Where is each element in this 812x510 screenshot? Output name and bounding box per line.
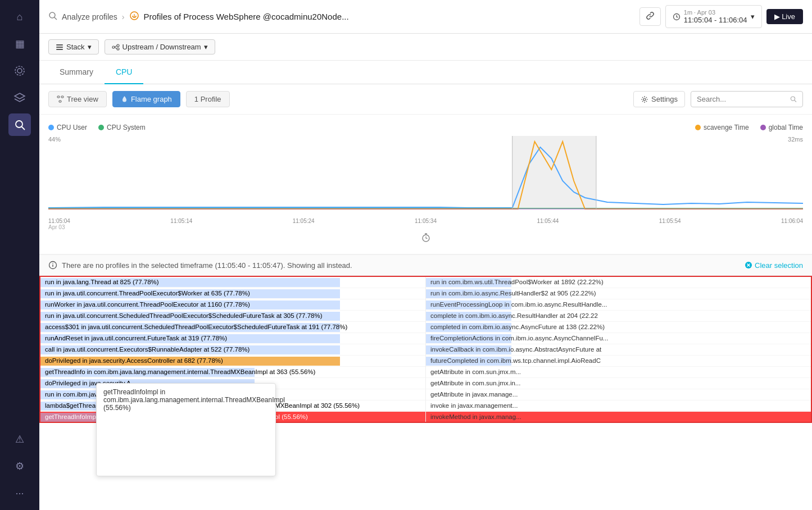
- svg-point-14: [117, 44, 119, 47]
- table-row[interactable]: getThreadInfo in com.ibm.java.lang.manag…: [40, 366, 811, 377]
- profile-label: 1 Profile: [194, 95, 221, 103]
- link-button[interactable]: [639, 7, 661, 26]
- chart-area: CPU User CPU System scavenge Time global…: [39, 115, 812, 254]
- table-row[interactable]: run in java.util.concurrent.ThreadPoolEx…: [40, 288, 811, 299]
- table-row[interactable]: call in java.util.concurrent.Executors$R…: [40, 344, 811, 355]
- layers-icon[interactable]: [8, 86, 31, 109]
- svg-line-17: [115, 47, 117, 48]
- breadcrumb: Analyze profiles › Profiles of Process W…: [48, 11, 349, 23]
- tree-view-label: Tree view: [67, 95, 98, 103]
- tabs: Summary CPU: [39, 61, 812, 84]
- clear-icon: [745, 261, 752, 269]
- info-text: There are no profiles in the selected ti…: [62, 261, 352, 270]
- svg-rect-11: [56, 47, 63, 48]
- stack-label: Stack: [66, 43, 85, 51]
- svg-rect-10: [56, 44, 63, 45]
- svg-rect-19: [61, 96, 63, 98]
- svg-line-23: [795, 100, 796, 102]
- timer-row: [48, 230, 803, 245]
- svg-rect-24: [512, 136, 596, 209]
- global-time-label: global Time: [769, 124, 803, 131]
- view-controls: Tree view Flame graph 1 Profile Settings: [39, 84, 812, 115]
- settings-label: Settings: [651, 95, 678, 103]
- svg-rect-20: [59, 101, 61, 102]
- global-time-dot: [760, 125, 766, 130]
- cpu-system-label: CPU System: [107, 124, 146, 131]
- table-row[interactable]: lambda$getThreadInfoImpl$2 in com.ibm.ja…: [40, 400, 811, 411]
- legend-cpu-user: CPU User: [48, 124, 87, 131]
- info-bar: There are no profiles in the selected ti…: [39, 254, 812, 276]
- table-row[interactable]: runWorker in java.util.concurrent.Thread…: [40, 299, 811, 310]
- stack-button[interactable]: Stack ▾: [48, 39, 99, 54]
- network-icon[interactable]: [8, 60, 31, 82]
- stack-chevron-icon: ▾: [88, 43, 92, 51]
- time-range: 11:05:04 - 11:06:04: [684, 16, 747, 24]
- sidebar: ⌂ ▦ ⚠ ⚙ ···: [0, 0, 39, 510]
- settings-button[interactable]: Settings: [633, 91, 685, 107]
- search-box: [691, 91, 803, 107]
- tab-cpu[interactable]: CPU: [105, 61, 144, 84]
- time-selector[interactable]: 1m · Apr 03 11:05:04 - 11:06:04 ▾: [665, 5, 762, 28]
- table-row[interactable]: run in java.util.concurrent.ScheduledThr…: [40, 310, 811, 321]
- x-label-4: 11:05:44: [537, 218, 559, 230]
- warning-icon[interactable]: ⚠: [8, 428, 31, 450]
- more-icon[interactable]: ···: [8, 482, 31, 504]
- home-icon[interactable]: ⌂: [8, 6, 31, 28]
- settings-icon[interactable]: ⚙: [8, 455, 31, 477]
- upstream-chevron-icon: ▾: [204, 43, 208, 51]
- table-row[interactable]: doPrivileged in java.security.AccessCont…: [40, 355, 811, 366]
- flame-table: run in java.lang.Thread at 825 (77.78%)r…: [39, 276, 812, 423]
- cpu-user-dot: [48, 125, 54, 130]
- upstream-downstream-button[interactable]: Upstream / Downstream ▾: [105, 39, 215, 54]
- svg-line-5: [55, 17, 57, 20]
- legend-scavenge-time: scavenge Time: [695, 124, 749, 131]
- toolbar: Stack ▾ Upstream / Downstream ▾: [39, 34, 812, 61]
- topbar: Analyze profiles › Profiles of Process W…: [39, 0, 812, 34]
- table-row[interactable]: runAndReset in java.util.concurrent.Futu…: [40, 333, 811, 344]
- dashboard-icon[interactable]: ▦: [8, 33, 31, 55]
- scavenge-time-dot: [695, 125, 701, 130]
- search-icon: [790, 95, 797, 103]
- cpu-user-label: CPU User: [57, 124, 87, 131]
- upstream-downstream-label: Upstream / Downstream: [123, 43, 201, 51]
- main-content: Analyze profiles › Profiles of Process W…: [39, 0, 812, 510]
- info-icon: [48, 261, 57, 270]
- live-button[interactable]: ▶ Live: [766, 9, 803, 24]
- flame-graph-button[interactable]: Flame graph: [112, 91, 180, 107]
- table-row[interactable]: doPrivileged in java.security.A...getAtt…: [40, 377, 811, 389]
- flame-section: run in java.lang.Thread at 825 (77.78%)r…: [39, 276, 812, 423]
- tree-view-button[interactable]: Tree view: [48, 91, 107, 107]
- y-axis-right: 32ms: [788, 136, 803, 143]
- analyze-profiles-icon[interactable]: [8, 113, 31, 136]
- profile-button[interactable]: 1 Profile: [186, 91, 230, 107]
- chart-legend: CPU User CPU System scavenge Time global…: [48, 124, 803, 131]
- table-row[interactable]: access$301 in java.util.concurrent.Sched…: [40, 321, 811, 333]
- chart-wrapper: 44% 32ms 11:: [48, 136, 803, 230]
- svg-point-13: [112, 46, 115, 48]
- svg-rect-12: [56, 49, 63, 50]
- table-row[interactable]: getThreadInfoImpl in com.ibm.java.lang.m…: [40, 411, 811, 422]
- topbar-actions: 1m · Apr 03 11:05:04 - 11:06:04 ▾ ▶ Live: [639, 5, 803, 28]
- x-label-5: 11:05:54: [659, 218, 681, 230]
- table-row[interactable]: run in com.ibm.java.lang.mana...getAttri…: [40, 389, 811, 400]
- content-area: Tree view Flame graph 1 Profile Settings: [39, 84, 812, 510]
- search-input[interactable]: [697, 95, 787, 103]
- tab-summary[interactable]: Summary: [48, 61, 105, 84]
- x-label-3: 11:05:34: [415, 218, 437, 230]
- scavenge-time-label: scavenge Time: [704, 124, 749, 131]
- analyze-profiles-link[interactable]: Analyze profiles: [62, 12, 117, 21]
- legend-global-time: global Time: [760, 124, 803, 131]
- chart-svg: [48, 136, 803, 215]
- svg-point-2: [16, 121, 22, 128]
- legend-cpu-system: CPU System: [98, 124, 146, 131]
- table-row[interactable]: run in java.lang.Thread at 825 (77.78%)r…: [40, 276, 811, 288]
- svg-point-15: [117, 48, 119, 50]
- flame-graph-label: Flame graph: [131, 95, 172, 103]
- timer-icon: [421, 233, 431, 243]
- svg-point-22: [791, 97, 795, 101]
- svg-rect-18: [57, 96, 60, 98]
- breadcrumb-chevron: ›: [122, 12, 125, 21]
- svg-point-1: [15, 66, 24, 75]
- search-icon-breadcrumb: [48, 11, 57, 22]
- clear-selection-button[interactable]: Clear selection: [745, 261, 803, 270]
